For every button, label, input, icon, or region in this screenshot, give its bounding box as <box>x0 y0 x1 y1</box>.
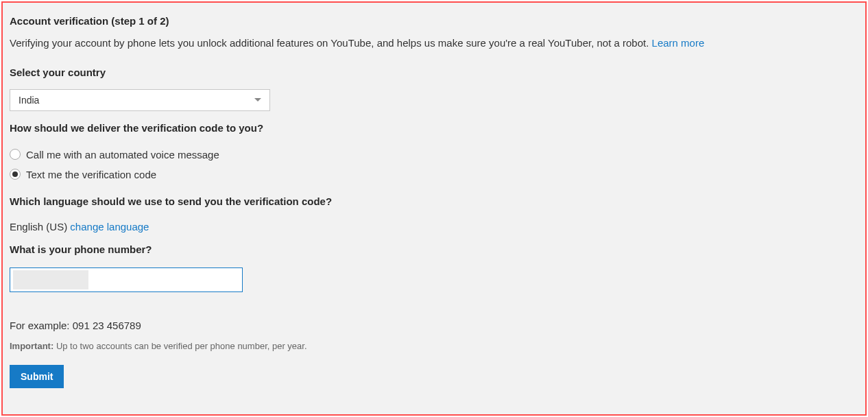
radio-icon <box>10 169 21 180</box>
radio-label-text: Text me the verification code <box>26 169 156 180</box>
country-label: Select your country <box>10 56 858 82</box>
radio-text-me[interactable]: Text me the verification code <box>10 165 858 184</box>
phone-label: What is your phone number? <box>10 233 858 259</box>
verification-form: Account verification (step 1 of 2) Verif… <box>1 1 867 416</box>
important-label: Important: <box>10 341 56 351</box>
learn-more-link[interactable]: Learn more <box>652 37 705 49</box>
page-description: Verifying your account by phone lets you… <box>10 37 652 49</box>
phone-prefix-block <box>13 270 88 289</box>
radio-call-me[interactable]: Call me with an automated voice message <box>10 145 858 165</box>
chevron-down-icon <box>254 98 261 102</box>
country-select-value: India <box>19 95 39 106</box>
language-current: English (US) <box>10 221 70 233</box>
important-note: Important: Up to two accounts can be ver… <box>10 331 858 351</box>
delivery-label: How should we deliver the verification c… <box>10 111 858 138</box>
phone-number-field[interactable] <box>88 271 239 289</box>
phone-example: For example: 091 23 456789 <box>10 292 858 331</box>
page-title: Account verification (step 1 of 2) <box>10 10 858 29</box>
phone-input-wrapper[interactable] <box>10 267 243 292</box>
radio-label-call: Call me with an automated voice message <box>26 149 219 160</box>
page-description-row: Verifying your account by phone lets you… <box>10 29 858 56</box>
submit-button[interactable]: Submit <box>10 365 64 388</box>
delivery-radio-group: Call me with an automated voice message … <box>10 145 858 184</box>
radio-icon <box>10 149 21 160</box>
language-row: English (US) change language <box>10 211 858 233</box>
language-label: Which language should we use to send you… <box>10 184 858 211</box>
change-language-link[interactable]: change language <box>70 221 149 233</box>
country-select[interactable]: India <box>10 89 270 111</box>
important-text: Up to two accounts can be verified per p… <box>56 341 307 351</box>
